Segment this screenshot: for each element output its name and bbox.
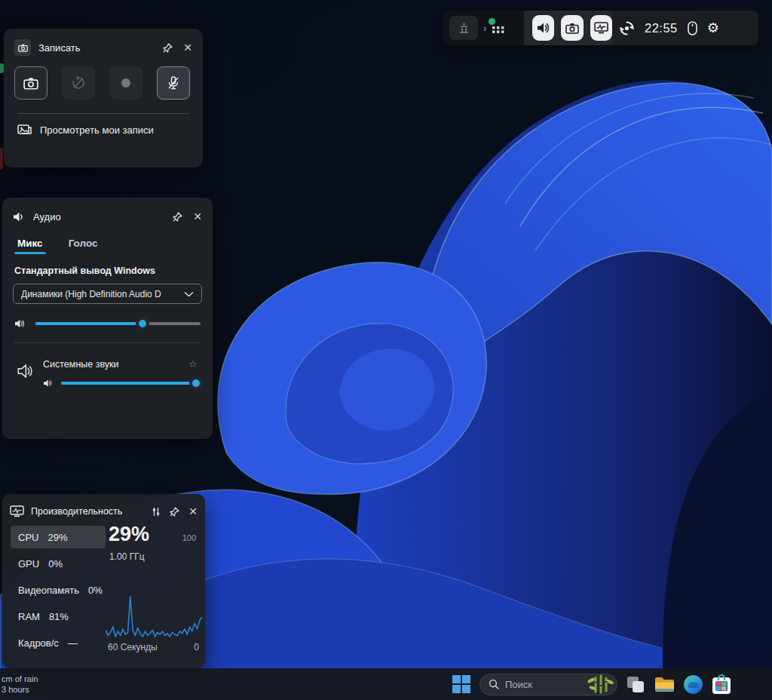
metric-list: CPU 29% GPU 0% Видеопамять 0% RAM 81% Ка… — [11, 526, 106, 658]
options-sliders-icon[interactable] — [152, 507, 161, 517]
edge-icon — [684, 675, 703, 694]
background-widget-fragment-red — [0, 148, 3, 169]
screenshot-button[interactable] — [14, 66, 47, 100]
search-placeholder: Поиск — [505, 679, 585, 690]
folder-icon — [654, 676, 675, 692]
mouse-icon[interactable] — [688, 21, 697, 35]
mic-muted-icon — [166, 75, 181, 91]
divider — [14, 342, 201, 343]
output-device-dropdown[interactable]: Динамики (High Definition Audio D — [13, 284, 202, 304]
capture-widget-toggle[interactable] — [561, 15, 583, 41]
close-icon[interactable]: ✕ — [188, 506, 198, 517]
performance-panel: Производительность ✕ CPU 29% — [2, 494, 205, 668]
weather-line2: 3 hours — [2, 684, 38, 695]
record-last-disabled-icon — [71, 75, 86, 91]
view-my-captures-link[interactable]: Просмотреть мои записи — [14, 124, 192, 136]
widget-menu-button[interactable] — [492, 23, 505, 36]
slider-fill — [61, 382, 196, 385]
view-my-captures-label: Просмотреть мои записи — [40, 124, 154, 136]
active-app-button[interactable] — [449, 16, 478, 40]
settings-gear-icon[interactable]: ⚙ — [707, 21, 719, 35]
desktop: › — [0, 0, 772, 700]
metric-row-gpu[interactable]: GPU 0% — [11, 552, 106, 575]
camera-icon — [18, 44, 28, 52]
record-last-button[interactable] — [62, 66, 95, 100]
weather-line1: cm of rain — [2, 674, 38, 684]
task-view-button[interactable] — [625, 674, 646, 695]
performance-monitor-icon — [10, 505, 24, 518]
microsoft-store-button[interactable] — [711, 674, 732, 695]
toolbar-widget-toggles — [524, 11, 612, 45]
metric-row-cpu[interactable]: CPU 29% — [11, 526, 106, 548]
file-explorer-button[interactable] — [654, 674, 675, 695]
weather-widget[interactable]: cm of rain 3 hours — [2, 674, 38, 695]
metric-row-fps[interactable]: Кадров/с — — [11, 631, 106, 654]
resources-swirl-icon[interactable] — [619, 20, 635, 36]
close-icon[interactable]: ✕ — [183, 42, 192, 53]
speaker-icon — [537, 22, 550, 34]
camera-icon — [565, 23, 579, 34]
search-icon — [489, 679, 499, 689]
divider — [17, 113, 189, 114]
metric-row-vram[interactable]: Видеопамять 0% — [11, 579, 106, 601]
grid-icon — [492, 23, 505, 36]
close-icon[interactable]: ✕ — [193, 211, 202, 222]
master-volume-slider[interactable] — [35, 322, 201, 325]
gamebar-toolbar: › — [443, 11, 758, 45]
toolbar-left-segment: › — [443, 11, 524, 45]
gallery-icon — [17, 124, 32, 136]
system-sounds-slider[interactable] — [61, 382, 196, 385]
speaker-small-icon — [43, 379, 54, 388]
windows-logo-icon — [452, 675, 470, 693]
camera-icon — [23, 77, 38, 90]
capture-panel-icon — [14, 39, 31, 56]
slider-fill — [35, 322, 142, 325]
tab-voice[interactable]: Голос — [69, 238, 98, 254]
chevron-down-icon — [184, 291, 194, 297]
toolbar-right-segment: 22:55 ⚙ — [612, 11, 758, 45]
audio-panel-title: Аудио — [33, 211, 61, 223]
taskbar: cm of rain 3 hours Поиск — [0, 668, 772, 700]
tab-mix[interactable]: Микс — [17, 238, 43, 254]
microphone-muted-button[interactable] — [157, 66, 190, 100]
capture-panel: Записать ✕ — [4, 29, 203, 167]
record-dot-icon — [119, 76, 133, 90]
speaker-small-icon — [14, 318, 26, 329]
store-icon — [712, 677, 731, 694]
default-output-label: Стандартный вывод Windows — [13, 266, 202, 276]
x-axis-right-label: 0 — [194, 642, 199, 652]
task-view-icon — [626, 675, 645, 693]
x-axis-left-label: 60 Секунды — [108, 642, 158, 652]
output-device-value: Динамики (High Definition Audio D — [21, 289, 184, 299]
slider-thumb[interactable] — [136, 317, 149, 330]
app-icon — [458, 23, 470, 34]
pin-icon[interactable] — [163, 43, 173, 53]
clock: 22:55 — [645, 21, 678, 35]
audio-panel: Аудио ✕ Микс Голос Стандартный вывод Win… — [2, 198, 213, 439]
capture-panel-title: Записать — [38, 42, 81, 54]
system-sounds-icon — [17, 363, 35, 379]
cpu-usage-chart — [106, 538, 202, 646]
slider-thumb[interactable] — [189, 376, 203, 390]
star-icon[interactable]: ☆ — [188, 358, 198, 370]
pin-icon[interactable] — [173, 212, 182, 222]
perf-chart-line — [106, 597, 202, 637]
audio-tabs: Микс Голос — [13, 238, 202, 254]
search-highlight-bamboo-icon[interactable] — [585, 674, 614, 694]
system-sounds-label: Системные звуки — [43, 359, 119, 370]
performance-panel-title: Производительность — [31, 506, 122, 517]
start-recording-button[interactable] — [109, 66, 142, 100]
chevron-right-icon[interactable]: › — [483, 23, 486, 34]
chart-x-axis: 60 Секунды 0 — [108, 642, 199, 652]
pin-icon[interactable] — [170, 507, 179, 517]
edge-browser-button[interactable] — [682, 674, 703, 695]
taskbar-search[interactable]: Поиск — [479, 674, 617, 695]
start-button[interactable] — [451, 674, 472, 695]
performance-monitor-icon — [594, 22, 608, 35]
audio-widget-toggle[interactable] — [532, 15, 554, 41]
metric-row-ram[interactable]: RAM 81% — [11, 605, 106, 628]
performance-widget-toggle[interactable] — [590, 15, 612, 41]
speaker-icon — [13, 211, 26, 223]
